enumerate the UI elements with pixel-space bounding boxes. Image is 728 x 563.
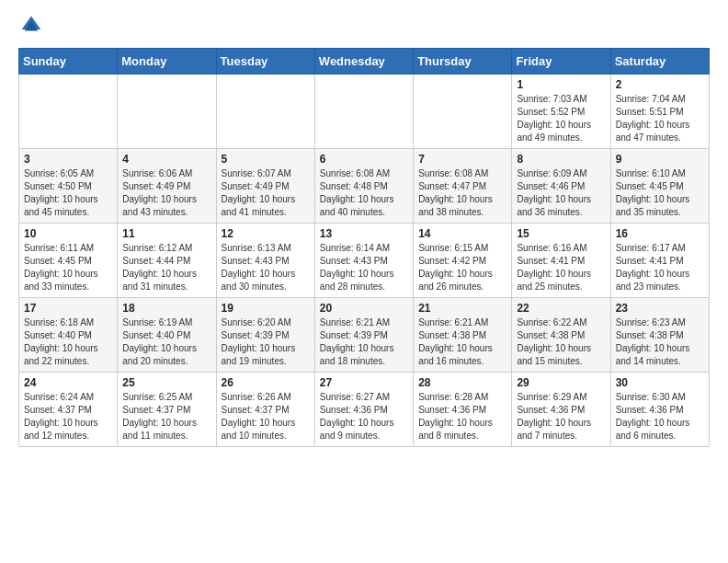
day-info: Sunrise: 6:28 AM Sunset: 4:36 PM Dayligh…	[418, 391, 506, 442]
calendar-day-12: 12Sunrise: 6:13 AM Sunset: 4:43 PM Dayli…	[216, 224, 314, 298]
calendar-day-20: 20Sunrise: 6:21 AM Sunset: 4:39 PM Dayli…	[314, 298, 413, 373]
day-info: Sunrise: 6:08 AM Sunset: 4:47 PM Dayligh…	[418, 167, 506, 219]
day-number: 19	[222, 302, 310, 315]
day-info: Sunrise: 6:10 AM Sunset: 4:45 PM Dayligh…	[616, 167, 704, 219]
calendar-header-row: SundayMondayTuesdayWednesdayThursdayFrid…	[19, 49, 710, 75]
calendar-day-26: 26Sunrise: 6:26 AM Sunset: 4:37 PM Dayli…	[216, 373, 314, 447]
day-number: 1	[517, 78, 605, 91]
calendar-day-4: 4Sunrise: 6:06 AM Sunset: 4:49 PM Daylig…	[118, 149, 216, 224]
day-info: Sunrise: 6:17 AM Sunset: 4:41 PM Dayligh…	[616, 242, 704, 293]
calendar-day-3: 3Sunrise: 6:05 AM Sunset: 4:50 PM Daylig…	[19, 149, 118, 224]
day-info: Sunrise: 6:16 AM Sunset: 4:41 PM Dayligh…	[517, 242, 605, 293]
day-number: 16	[616, 227, 704, 240]
calendar-day-11: 11Sunrise: 6:12 AM Sunset: 4:44 PM Dayli…	[118, 224, 216, 298]
calendar-day-29: 29Sunrise: 6:29 AM Sunset: 4:36 PM Dayli…	[512, 373, 610, 447]
calendar-week-3: 10Sunrise: 6:11 AM Sunset: 4:45 PM Dayli…	[19, 224, 710, 298]
day-info: Sunrise: 7:03 AM Sunset: 5:52 PM Dayligh…	[517, 93, 605, 144]
calendar-day-7: 7Sunrise: 6:08 AM Sunset: 4:47 PM Daylig…	[414, 149, 512, 224]
day-info: Sunrise: 6:12 AM Sunset: 4:44 PM Dayligh…	[122, 242, 210, 293]
day-number: 20	[320, 302, 408, 315]
weekday-header-thursday: Thursday	[414, 49, 512, 75]
day-info: Sunrise: 6:19 AM Sunset: 4:40 PM Dayligh…	[122, 316, 210, 368]
day-number: 15	[517, 227, 605, 240]
day-number: 24	[24, 376, 112, 389]
day-number: 9	[616, 153, 704, 166]
day-number: 18	[122, 302, 210, 315]
day-info: Sunrise: 6:21 AM Sunset: 4:39 PM Dayligh…	[320, 316, 408, 368]
day-info: Sunrise: 6:11 AM Sunset: 4:45 PM Dayligh…	[24, 242, 112, 293]
calendar-day-23: 23Sunrise: 6:23 AM Sunset: 4:38 PM Dayli…	[610, 298, 709, 373]
calendar-week-2: 3Sunrise: 6:05 AM Sunset: 4:50 PM Daylig…	[19, 149, 710, 224]
day-info: Sunrise: 6:26 AM Sunset: 4:37 PM Dayligh…	[222, 391, 310, 442]
day-number: 23	[616, 302, 704, 315]
day-info: Sunrise: 6:29 AM Sunset: 4:36 PM Dayligh…	[517, 391, 605, 442]
day-info: Sunrise: 6:09 AM Sunset: 4:46 PM Dayligh…	[517, 167, 605, 219]
calendar-day-5: 5Sunrise: 6:07 AM Sunset: 4:49 PM Daylig…	[216, 149, 314, 224]
weekday-header-tuesday: Tuesday	[216, 49, 314, 75]
day-info: Sunrise: 6:22 AM Sunset: 4:38 PM Dayligh…	[517, 316, 605, 368]
day-number: 13	[320, 227, 408, 240]
day-info: Sunrise: 6:18 AM Sunset: 4:40 PM Dayligh…	[24, 316, 112, 368]
day-info: Sunrise: 6:13 AM Sunset: 4:43 PM Dayligh…	[222, 242, 310, 293]
calendar-week-1: 1Sunrise: 7:03 AM Sunset: 5:52 PM Daylig…	[19, 75, 710, 149]
logo-icon	[20, 15, 42, 37]
empty-cell	[414, 75, 512, 149]
calendar-day-13: 13Sunrise: 6:14 AM Sunset: 4:43 PM Dayli…	[314, 224, 413, 298]
day-number: 2	[616, 78, 704, 91]
day-info: Sunrise: 6:25 AM Sunset: 4:37 PM Dayligh…	[122, 391, 210, 442]
calendar-day-28: 28Sunrise: 6:28 AM Sunset: 4:36 PM Dayli…	[414, 373, 512, 447]
calendar-day-16: 16Sunrise: 6:17 AM Sunset: 4:41 PM Dayli…	[610, 224, 709, 298]
day-info: Sunrise: 6:27 AM Sunset: 4:36 PM Dayligh…	[320, 391, 408, 442]
day-info: Sunrise: 6:06 AM Sunset: 4:49 PM Dayligh…	[122, 167, 210, 219]
day-number: 22	[517, 302, 605, 315]
calendar-day-18: 18Sunrise: 6:19 AM Sunset: 4:40 PM Dayli…	[118, 298, 216, 373]
calendar-week-4: 17Sunrise: 6:18 AM Sunset: 4:40 PM Dayli…	[19, 298, 710, 373]
day-info: Sunrise: 6:24 AM Sunset: 4:37 PM Dayligh…	[24, 391, 112, 442]
day-number: 29	[517, 376, 605, 389]
calendar-week-5: 24Sunrise: 6:24 AM Sunset: 4:37 PM Dayli…	[19, 373, 710, 447]
calendar-day-14: 14Sunrise: 6:15 AM Sunset: 4:42 PM Dayli…	[414, 224, 512, 298]
day-info: Sunrise: 6:20 AM Sunset: 4:39 PM Dayligh…	[222, 316, 310, 368]
day-number: 25	[122, 376, 210, 389]
day-info: Sunrise: 6:30 AM Sunset: 4:36 PM Dayligh…	[616, 391, 704, 442]
calendar-day-19: 19Sunrise: 6:20 AM Sunset: 4:39 PM Dayli…	[216, 298, 314, 373]
calendar-day-10: 10Sunrise: 6:11 AM Sunset: 4:45 PM Dayli…	[19, 224, 118, 298]
day-number: 28	[418, 376, 506, 389]
day-number: 27	[320, 376, 408, 389]
empty-cell	[216, 75, 314, 149]
calendar-day-1: 1Sunrise: 7:03 AM Sunset: 5:52 PM Daylig…	[512, 75, 610, 149]
day-number: 7	[418, 153, 506, 166]
day-number: 26	[222, 376, 310, 389]
calendar-day-8: 8Sunrise: 6:09 AM Sunset: 4:46 PM Daylig…	[512, 149, 610, 224]
day-number: 21	[418, 302, 506, 315]
logo	[18, 15, 44, 40]
day-info: Sunrise: 6:21 AM Sunset: 4:38 PM Dayligh…	[418, 316, 506, 368]
weekday-header-saturday: Saturday	[610, 49, 709, 75]
day-number: 10	[24, 227, 112, 240]
weekday-header-wednesday: Wednesday	[314, 49, 413, 75]
calendar-day-17: 17Sunrise: 6:18 AM Sunset: 4:40 PM Dayli…	[19, 298, 118, 373]
day-info: Sunrise: 6:08 AM Sunset: 4:48 PM Dayligh…	[320, 167, 408, 219]
calendar-day-6: 6Sunrise: 6:08 AM Sunset: 4:48 PM Daylig…	[314, 149, 413, 224]
weekday-header-friday: Friday	[512, 49, 610, 75]
calendar-day-25: 25Sunrise: 6:25 AM Sunset: 4:37 PM Dayli…	[118, 373, 216, 447]
calendar-day-15: 15Sunrise: 6:16 AM Sunset: 4:41 PM Dayli…	[512, 224, 610, 298]
day-number: 12	[222, 227, 310, 240]
calendar-day-9: 9Sunrise: 6:10 AM Sunset: 4:45 PM Daylig…	[610, 149, 709, 224]
calendar-day-27: 27Sunrise: 6:27 AM Sunset: 4:36 PM Dayli…	[314, 373, 413, 447]
day-info: Sunrise: 6:15 AM Sunset: 4:42 PM Dayligh…	[418, 242, 506, 293]
day-info: Sunrise: 7:04 AM Sunset: 5:51 PM Dayligh…	[616, 93, 704, 144]
day-number: 5	[222, 153, 310, 166]
day-number: 14	[418, 227, 506, 240]
calendar-day-22: 22Sunrise: 6:22 AM Sunset: 4:38 PM Dayli…	[512, 298, 610, 373]
calendar-day-30: 30Sunrise: 6:30 AM Sunset: 4:36 PM Dayli…	[610, 373, 709, 447]
empty-cell	[118, 75, 216, 149]
empty-cell	[19, 75, 118, 149]
calendar-table: SundayMondayTuesdayWednesdayThursdayFrid…	[18, 48, 710, 447]
empty-cell	[314, 75, 413, 149]
weekday-header-sunday: Sunday	[19, 49, 118, 75]
day-number: 4	[122, 153, 210, 166]
day-number: 8	[517, 153, 605, 166]
day-info: Sunrise: 6:14 AM Sunset: 4:43 PM Dayligh…	[320, 242, 408, 293]
day-number: 3	[24, 153, 112, 166]
